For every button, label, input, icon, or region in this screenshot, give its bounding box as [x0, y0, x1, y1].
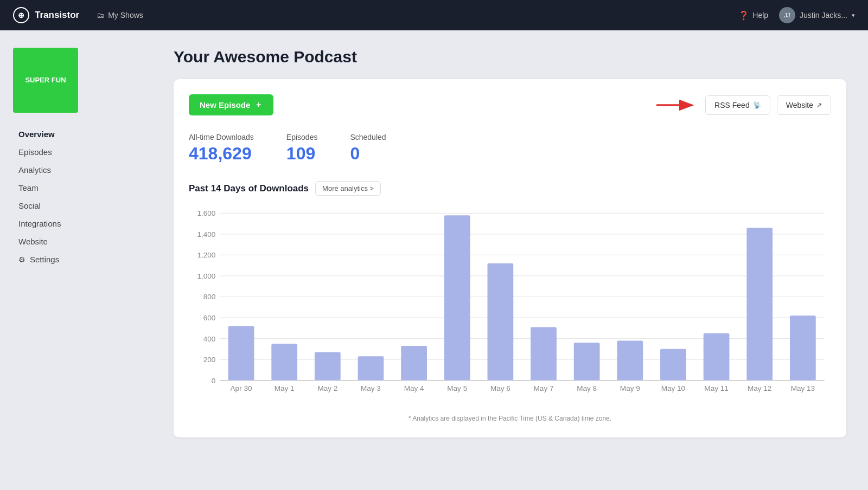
action-bar: New Episode ＋ — [189, 94, 831, 115]
avatar: JJ — [779, 7, 795, 23]
sidebar-item-label: Website — [18, 237, 48, 246]
svg-rect-42 — [704, 333, 730, 381]
podcast-logo: SUPER FUN — [13, 48, 78, 113]
action-bar-right: RSS Feed 📡 Website ↗ — [655, 95, 831, 115]
arrow-icon — [655, 95, 699, 115]
myshows-icon: 🗂 — [97, 11, 104, 20]
help-label: Help — [752, 11, 768, 20]
page-title: Your Awesome Podcast — [174, 48, 846, 66]
sidebar: SUPER FUN Overview Episodes Analytics Te… — [0, 30, 152, 490]
main-content: Your Awesome Podcast New Episode ＋ — [152, 30, 868, 490]
svg-text:1,200: 1,200 — [197, 251, 215, 259]
sidebar-item-team[interactable]: Team — [13, 179, 139, 196]
svg-text:0: 0 — [212, 377, 216, 385]
chart-title: Past 14 Days of Downloads — [189, 183, 309, 194]
sidebar-item-label: Analytics — [18, 165, 51, 175]
more-analytics-label: More analytics > — [322, 184, 374, 192]
myshows-label: My Shows — [108, 11, 143, 20]
website-label: Website — [786, 101, 813, 109]
stat-scheduled: Scheduled 0 — [350, 133, 386, 164]
svg-rect-22 — [271, 344, 297, 380]
svg-text:1,000: 1,000 — [197, 272, 215, 280]
rss-icon: 📡 — [753, 101, 761, 109]
svg-text:May 7: May 7 — [534, 384, 554, 392]
svg-text:May 12: May 12 — [748, 384, 771, 392]
logo-text: Transistor — [35, 10, 79, 21]
svg-rect-34 — [531, 327, 557, 380]
sidebar-nav: Overview Episodes Analytics Team Social … — [13, 126, 139, 268]
avatar-initials: JJ — [784, 12, 790, 18]
chart-header: Past 14 Days of Downloads More analytics… — [189, 181, 831, 196]
svg-text:May 9: May 9 — [620, 384, 640, 392]
help-link[interactable]: ❓ Help — [738, 10, 768, 21]
bar-chart: 02004006008001,0001,2001,4001,600Apr 30M… — [189, 207, 831, 407]
sidebar-item-label: Overview — [18, 130, 55, 139]
sidebar-item-overview[interactable]: Overview — [13, 126, 139, 143]
gear-icon: ⚙ — [18, 255, 25, 264]
chevron-down-icon: ▾ — [852, 12, 855, 19]
svg-text:May 4: May 4 — [404, 384, 424, 392]
sidebar-item-label: Settings — [30, 255, 59, 264]
svg-text:May 6: May 6 — [490, 384, 510, 392]
svg-rect-24 — [315, 352, 341, 381]
rss-feed-label: RSS Feed — [714, 101, 750, 109]
sidebar-item-settings[interactable]: ⚙ Settings — [13, 251, 139, 268]
help-icon: ❓ — [738, 10, 749, 21]
svg-text:May 8: May 8 — [577, 384, 597, 392]
sidebar-item-social[interactable]: Social — [13, 197, 139, 214]
svg-rect-38 — [617, 340, 643, 380]
external-link-icon: ↗ — [816, 101, 822, 109]
sidebar-item-website[interactable]: Website — [13, 233, 139, 250]
svg-text:200: 200 — [203, 356, 216, 364]
stats-row: All-time Downloads 418,629 Episodes 109 … — [189, 133, 831, 164]
sidebar-item-analytics[interactable]: Analytics — [13, 162, 139, 178]
more-analytics-button[interactable]: More analytics > — [315, 181, 381, 196]
arrow-indicator — [655, 95, 699, 115]
new-episode-label: New Episode — [200, 100, 250, 109]
stat-downloads: All-time Downloads 418,629 — [189, 133, 254, 164]
svg-rect-20 — [228, 326, 254, 380]
svg-rect-40 — [660, 349, 686, 381]
svg-text:May 2: May 2 — [317, 384, 337, 392]
website-button[interactable]: Website ↗ — [777, 95, 831, 115]
topnav: ⊕ Transistor 🗂 My Shows ❓ Help JJ Justin… — [0, 0, 868, 30]
sidebar-item-label: Integrations — [18, 219, 61, 228]
rss-feed-button[interactable]: RSS Feed 📡 — [705, 95, 770, 115]
sidebar-item-label: Team — [18, 183, 39, 192]
scheduled-label: Scheduled — [350, 133, 386, 141]
logo-link[interactable]: ⊕ Transistor — [13, 7, 79, 23]
new-episode-button[interactable]: New Episode ＋ — [189, 94, 273, 115]
svg-text:May 1: May 1 — [275, 384, 295, 392]
user-menu[interactable]: JJ Justin Jacks... ▾ — [779, 7, 855, 23]
overview-card: New Episode ＋ — [174, 79, 846, 437]
episodes-label: Episodes — [286, 133, 318, 141]
downloads-value: 418,629 — [189, 144, 254, 164]
svg-text:Apr 30: Apr 30 — [231, 384, 252, 392]
svg-rect-36 — [574, 343, 600, 380]
svg-rect-32 — [487, 263, 513, 381]
sidebar-item-episodes[interactable]: Episodes — [13, 144, 139, 160]
svg-text:May 3: May 3 — [361, 384, 381, 392]
user-name: Justin Jacks... — [800, 11, 847, 20]
svg-rect-26 — [358, 356, 384, 380]
svg-text:May 10: May 10 — [661, 384, 685, 392]
svg-text:1,600: 1,600 — [197, 209, 215, 217]
svg-rect-44 — [746, 228, 773, 380]
svg-rect-30 — [444, 215, 470, 380]
sidebar-item-label: Episodes — [18, 147, 52, 157]
sidebar-item-label: Social — [18, 201, 41, 210]
sidebar-item-integrations[interactable]: Integrations — [13, 215, 139, 232]
downloads-label: All-time Downloads — [189, 133, 254, 141]
chart-container: 02004006008001,0001,2001,4001,600Apr 30M… — [189, 207, 831, 422]
svg-text:1,400: 1,400 — [197, 230, 215, 238]
my-shows-menu[interactable]: 🗂 My Shows — [97, 11, 143, 20]
svg-text:400: 400 — [203, 335, 216, 343]
scheduled-value: 0 — [350, 144, 386, 164]
svg-rect-46 — [790, 315, 816, 380]
plus-icon: ＋ — [254, 100, 263, 110]
svg-rect-28 — [401, 346, 427, 381]
episodes-value: 109 — [286, 144, 318, 164]
svg-text:May 5: May 5 — [447, 384, 467, 392]
svg-text:May 11: May 11 — [704, 384, 728, 392]
svg-text:800: 800 — [203, 293, 216, 301]
